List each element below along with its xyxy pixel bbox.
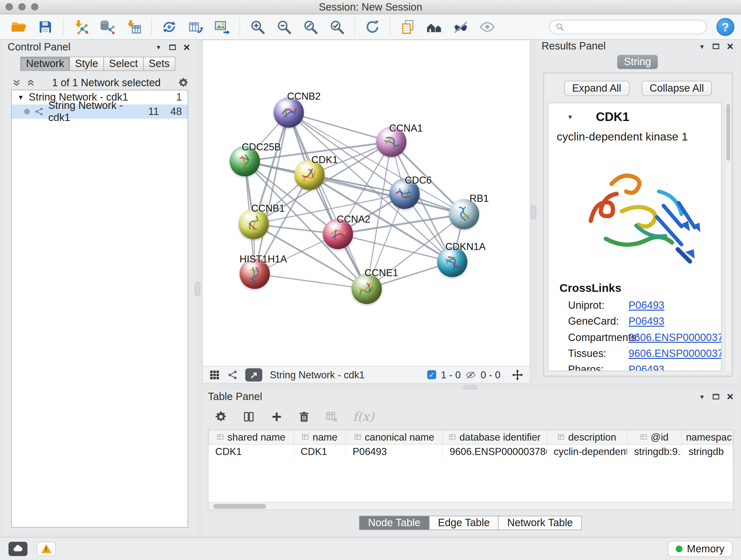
minimize-window-button[interactable] bbox=[18, 3, 25, 10]
tab-sets[interactable]: Sets bbox=[143, 57, 175, 71]
table-row[interactable]: CDK1 CDK1 P06493 9606.ENSP00000378699 cy… bbox=[209, 444, 733, 458]
network-edge[interactable] bbox=[255, 112, 289, 273]
collapse-all-networks-icon[interactable] bbox=[26, 78, 35, 87]
column-header[interactable]: canonical name bbox=[346, 430, 443, 444]
expand-all-button[interactable]: Expand All bbox=[564, 81, 629, 96]
tab-network[interactable]: Network bbox=[20, 57, 70, 71]
float-panel-icon[interactable] bbox=[713, 394, 719, 400]
memory-button[interactable]: Memory bbox=[668, 541, 733, 557]
import-network-from-file-button[interactable] bbox=[69, 17, 93, 37]
gear-icon[interactable] bbox=[214, 410, 227, 423]
float-panel-icon[interactable] bbox=[169, 44, 176, 50]
gear-icon[interactable] bbox=[178, 77, 189, 88]
import-network-from-database-button[interactable] bbox=[95, 17, 120, 37]
pan-move-icon[interactable] bbox=[512, 369, 523, 381]
column-header[interactable]: description bbox=[547, 430, 627, 444]
network-glyph-icon[interactable] bbox=[227, 369, 238, 380]
table-horizontal-scrollbar[interactable] bbox=[208, 502, 733, 510]
collapse-panel-icon[interactable]: ▼ bbox=[155, 44, 161, 50]
uniprot-link[interactable]: P06493 bbox=[629, 299, 664, 312]
genecard-link[interactable]: P06493 bbox=[629, 315, 664, 328]
column-header[interactable]: name bbox=[294, 430, 346, 444]
close-panel-icon[interactable]: × bbox=[727, 41, 734, 52]
documents-icon bbox=[400, 19, 416, 35]
collapse-panel-icon[interactable]: ▼ bbox=[699, 394, 705, 400]
refresh-view-button[interactable] bbox=[360, 17, 385, 37]
search-box[interactable] bbox=[549, 20, 707, 34]
memory-label: Memory bbox=[687, 543, 724, 555]
collapse-all-button[interactable]: Collapse All bbox=[642, 81, 712, 96]
home-button[interactable] bbox=[422, 17, 447, 37]
splitter-handle[interactable] bbox=[531, 205, 536, 219]
tree-expand-icon[interactable]: ▼ bbox=[17, 94, 24, 101]
tab-node-table[interactable]: Node Table bbox=[359, 516, 429, 530]
save-session-button[interactable] bbox=[33, 17, 58, 37]
snapshot-button[interactable] bbox=[395, 17, 420, 37]
hide-graphics-details-button[interactable] bbox=[448, 17, 473, 37]
network-refresh-icon bbox=[161, 19, 177, 35]
table-cell[interactable]: stringdb:9... bbox=[627, 444, 681, 458]
import-network-database-icon bbox=[99, 19, 115, 35]
add-column-icon[interactable] bbox=[270, 410, 283, 423]
pharos-link[interactable]: P06493 bbox=[629, 364, 664, 371]
network-graph[interactable]: CCNB2CCNA1CDC25BCDK1CDC6RB1CCNB1CCNA2CDK… bbox=[203, 40, 530, 366]
toolbar-separator bbox=[63, 18, 63, 36]
float-panel-icon[interactable] bbox=[713, 44, 719, 49]
export-image-button[interactable] bbox=[210, 17, 234, 37]
open-in-new-window-button[interactable]: ↗ bbox=[246, 368, 262, 381]
import-table-button[interactable] bbox=[122, 17, 146, 37]
tab-string[interactable]: String bbox=[617, 55, 658, 69]
new-table-from-network-button[interactable] bbox=[184, 17, 208, 37]
expand-all-networks-icon[interactable] bbox=[12, 78, 21, 87]
close-panel-icon[interactable]: × bbox=[184, 42, 190, 53]
table-cell[interactable]: 9606.ENSP00000378699 bbox=[443, 444, 547, 458]
tab-style[interactable]: Style bbox=[69, 57, 104, 71]
help-button[interactable]: ? bbox=[717, 18, 734, 36]
column-header[interactable]: database identifier bbox=[443, 430, 547, 444]
new-network-from-selection-button[interactable] bbox=[157, 17, 182, 37]
tab-network-table[interactable]: Network Table bbox=[498, 516, 582, 530]
column-header[interactable]: @id bbox=[627, 430, 681, 444]
open-session-button[interactable] bbox=[7, 17, 31, 37]
tab-edge-table[interactable]: Edge Table bbox=[429, 516, 499, 530]
results-scrollbar[interactable] bbox=[725, 103, 731, 371]
compartments-link[interactable]: 9606.ENSP00000378699 bbox=[629, 331, 722, 344]
table-cell[interactable]: cyclin-dependent ... bbox=[547, 444, 627, 458]
network-edge[interactable] bbox=[255, 273, 367, 289]
network-label: String Network - cdk1 bbox=[48, 99, 143, 124]
crosslink-row-genecard: GeneCard: P06493 bbox=[548, 314, 721, 329]
table-cell[interactable]: CDK1 bbox=[209, 444, 294, 458]
maximize-window-button[interactable] bbox=[31, 3, 38, 10]
selected-items-checkbox[interactable]: ✓ bbox=[427, 370, 436, 379]
tab-select[interactable]: Select bbox=[104, 57, 144, 71]
table-cell[interactable]: P06493 bbox=[346, 444, 443, 458]
splitter-handle[interactable] bbox=[195, 282, 200, 296]
warnings-button[interactable] bbox=[37, 542, 56, 556]
tissues-link[interactable]: 9606.ENSP00000378699 bbox=[629, 348, 722, 360]
search-input[interactable] bbox=[568, 21, 701, 32]
delete-column-icon[interactable] bbox=[298, 410, 310, 423]
close-panel-icon[interactable]: × bbox=[727, 391, 734, 402]
node-label: CCNB1 bbox=[251, 203, 285, 214]
column-header[interactable]: namespac bbox=[682, 430, 733, 444]
splitter-handle[interactable] bbox=[463, 385, 477, 389]
zoom-fit-button[interactable] bbox=[298, 17, 323, 37]
close-window-button[interactable] bbox=[6, 3, 13, 10]
glasses-slash-icon bbox=[453, 19, 469, 35]
collapse-gene-icon[interactable]: ▼ bbox=[567, 114, 573, 120]
zoom-in-button[interactable] bbox=[246, 17, 270, 37]
table-cell[interactable]: stringdb bbox=[682, 444, 733, 458]
collapse-panel-icon[interactable]: ▼ bbox=[699, 43, 705, 49]
birdseye-grid-icon[interactable] bbox=[209, 369, 220, 380]
zoom-out-button[interactable] bbox=[272, 17, 296, 37]
network-row[interactable]: String Network - cdk1 11 48 bbox=[12, 105, 188, 118]
crosslink-label: GeneCard: bbox=[568, 315, 629, 328]
show-graphics-details-button[interactable] bbox=[475, 17, 499, 37]
zoom-selected-button[interactable] bbox=[325, 17, 349, 37]
cloud-button[interactable] bbox=[9, 542, 27, 556]
network-edge[interactable] bbox=[289, 112, 367, 289]
columns-icon[interactable] bbox=[243, 410, 255, 423]
column-header[interactable]: shared name bbox=[209, 430, 294, 444]
crosslink-label: Uniprot: bbox=[568, 299, 629, 312]
table-cell[interactable]: CDK1 bbox=[294, 444, 346, 458]
